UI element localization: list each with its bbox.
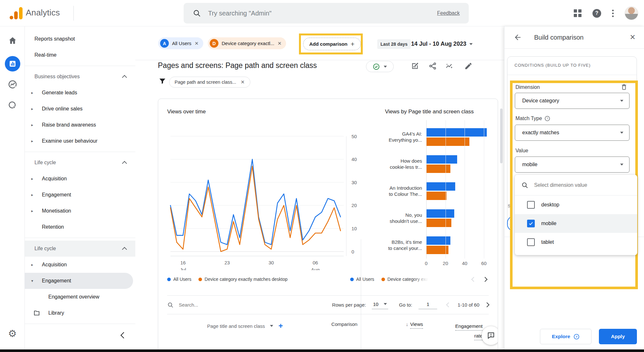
goto-page-input[interactable]: 1 — [418, 301, 437, 309]
back-arrow-icon[interactable] — [514, 33, 522, 42]
apps-grid-icon[interactable] — [574, 9, 582, 17]
svg-text:?: ? — [547, 117, 548, 120]
column-engagement-rate[interactable]: Engagement rate — [438, 321, 483, 341]
checkbox-icon[interactable] — [527, 201, 535, 209]
bar-axis-tick: 40 — [462, 261, 467, 266]
reports-icon[interactable] — [0, 56, 25, 71]
bar-category-labels: GA4's AI:Everything yo... How doescookie… — [385, 123, 426, 259]
edit-pencil-icon[interactable] — [464, 61, 473, 71]
dimension-value-search-input[interactable] — [534, 182, 631, 188]
home-icon[interactable] — [0, 36, 25, 45]
global-search[interactable]: Feedback — [184, 3, 469, 24]
bottom-edge-bar — [0, 349, 644, 352]
chevron-down-icon — [620, 100, 623, 102]
chevron-up-icon — [122, 247, 127, 252]
svg-text:40: 40 — [351, 157, 357, 162]
scrollbar[interactable] — [500, 109, 503, 163]
filter-chip[interactable]: Page path and screen class... ✕ — [169, 77, 250, 88]
dimension-select[interactable]: Device category — [515, 93, 630, 109]
sidebar-item-library[interactable]: Library — [25, 305, 135, 321]
legend-prev-icon[interactable] — [471, 277, 476, 282]
add-column-button[interactable]: + — [278, 321, 283, 330]
option-desktop[interactable]: desktop — [515, 195, 637, 214]
sidebar-item-monetisation[interactable]: ▸Monetisation — [25, 203, 135, 219]
close-icon[interactable]: ✕ — [277, 41, 282, 46]
legend-next-icon[interactable] — [483, 277, 488, 282]
sidebar-item-acquisition-1[interactable]: ▸Acquisition — [25, 171, 135, 187]
checkbox-checked-icon[interactable] — [527, 220, 535, 227]
sidebar-item-examine-user-behaviour[interactable]: ▸Examine user behaviour — [25, 133, 135, 149]
chevron-down-icon[interactable] — [270, 325, 273, 327]
folder-icon — [33, 309, 40, 317]
analytics-logo-icon[interactable] — [10, 7, 23, 19]
dropdown-search[interactable] — [515, 175, 637, 195]
product-name: Analytics — [26, 8, 60, 18]
close-icon[interactable]: ✕ — [195, 41, 199, 46]
data-quality-pill[interactable] — [366, 61, 394, 72]
divider — [135, 60, 504, 60]
ga-analytics-screen: Analytics Feedback ? ⚙ — [0, 0, 644, 352]
date-range-picker[interactable]: 14 Jul - 10 Aug 2023 — [411, 41, 473, 47]
help-icon[interactable]: ? — [592, 9, 601, 18]
sidebar-item-retention[interactable]: Retention — [25, 219, 135, 235]
trash-icon[interactable] — [620, 83, 628, 90]
arrow-right-icon: ▸ — [31, 107, 33, 111]
feedback-link[interactable]: Feedback — [437, 10, 460, 16]
svg-text:0: 0 — [351, 249, 354, 254]
sidebar-item-acquisition-2[interactable]: ▸Acquisition — [25, 257, 135, 273]
section-life-cycle-2[interactable]: Life cycle — [25, 241, 135, 257]
option-tablet[interactable]: tablet — [515, 233, 637, 252]
value-select[interactable]: mobile — [515, 157, 630, 173]
rows-per-page-select[interactable]: 10 — [372, 301, 388, 309]
match-type-select[interactable]: exactly matches — [515, 125, 630, 141]
sidebar-item-generate-leads[interactable]: ▸Generate leads — [25, 85, 135, 101]
sidebar-item-raise-brand-awareness[interactable]: ▸Raise brand awareness — [25, 117, 135, 133]
customize-report-icon[interactable] — [410, 61, 420, 71]
sidebar-item-real-time[interactable]: Real-time — [25, 47, 135, 63]
svg-text:16: 16 — [180, 260, 186, 265]
collapse-sidebar-icon[interactable] — [120, 332, 127, 338]
avatar[interactable] — [625, 6, 638, 20]
close-icon[interactable]: ✕ — [241, 79, 245, 85]
section-life-cycle-1[interactable]: Life cycle — [25, 155, 135, 171]
views-over-time-panel: Views over time 0102030405016Jul233006Au… — [167, 109, 375, 271]
share-icon[interactable] — [428, 61, 437, 71]
sidebar-item-drive-online-sales[interactable]: ▸Drive online sales — [25, 101, 135, 117]
sidebar-item-engagement-1[interactable]: ▸Engagement — [25, 187, 135, 203]
filter-funnel-icon — [159, 77, 166, 85]
help-circle-icon[interactable]: ? — [544, 116, 550, 121]
section-business-objectives[interactable]: Business objectives — [25, 69, 135, 85]
apply-button[interactable]: Apply — [599, 329, 637, 344]
plus-icon: + — [351, 40, 354, 48]
column-comparison: Comparison — [326, 321, 362, 327]
page-next-icon[interactable] — [485, 302, 490, 308]
page-prev-icon[interactable] — [446, 302, 451, 308]
sidebar-item-engagement-selected[interactable]: ▾Engagement — [25, 273, 133, 289]
column-dimension[interactable]: Page title and screen class — [207, 323, 265, 329]
chevron-down-icon — [620, 164, 623, 166]
table-search-input[interactable] — [179, 302, 250, 308]
arrow-right-icon: ▸ — [31, 193, 33, 197]
kebab-menu-icon[interactable] — [612, 10, 614, 17]
feedback-bubble-button[interactable] — [482, 326, 498, 345]
checkbox-icon[interactable] — [527, 238, 535, 246]
settings-gear-icon[interactable]: ⚙ — [0, 328, 25, 339]
close-icon[interactable]: ✕ — [630, 33, 636, 42]
explore-button[interactable]: Explore ? — [540, 329, 591, 344]
add-comparison-button[interactable]: Add comparison + — [303, 38, 361, 50]
sidebar-item-reports-snapshot[interactable]: Reports snapshot — [25, 31, 135, 47]
views-over-time-chart[interactable]: 0102030405016Jul233006Aug — [167, 116, 375, 270]
svg-text:10: 10 — [351, 226, 357, 231]
advertising-icon[interactable] — [0, 100, 25, 110]
option-mobile[interactable]: mobile — [515, 214, 637, 233]
sidebar-item-engagement-overview[interactable]: Engagement overview — [25, 289, 135, 305]
explore-icon[interactable] — [0, 80, 25, 89]
svg-text:Jul: Jul — [180, 267, 186, 270]
column-views[interactable]: ↓Views — [380, 321, 423, 327]
comparison-pill-all-users[interactable]: A All Users ✕ — [158, 37, 203, 49]
insights-icon[interactable] — [444, 61, 454, 71]
arrow-right-icon: ▸ — [31, 209, 33, 213]
comparison-pill-device-category[interactable]: D Device category exactl... ✕ — [208, 37, 286, 49]
bar-plot[interactable] — [426, 123, 489, 259]
search-input[interactable] — [208, 10, 437, 17]
